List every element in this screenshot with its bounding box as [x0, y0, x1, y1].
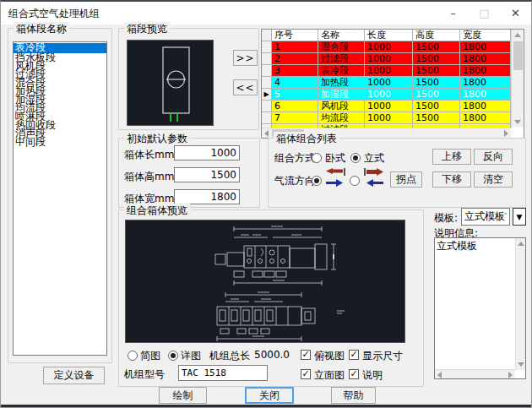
row-marker[interactable]: [262, 41, 272, 53]
table-row[interactable]: ▶5加湿段100015001800: [262, 89, 524, 101]
row-marker[interactable]: ▶: [262, 89, 272, 101]
table-cell[interactable]: 1500: [413, 53, 460, 65]
table-cell[interactable]: 1500: [413, 101, 460, 112]
table-cell[interactable]: 1000: [365, 112, 413, 124]
detail-drawing-radio[interactable]: [168, 351, 178, 361]
table-row[interactable]: 4加热段100015001800: [262, 77, 524, 89]
table-cell[interactable]: 1500: [413, 65, 460, 77]
top-view-checkbox[interactable]: [301, 350, 311, 360]
table-row[interactable]: 1混合段100015001800: [262, 41, 524, 53]
table-cell[interactable]: 1500: [413, 77, 460, 89]
box-length-input[interactable]: [174, 145, 240, 160]
section-listbox[interactable]: 表冷段挡水板段风机段过滤段混合段加热段加湿段均流段喷淋段热回收段消声段中间段: [13, 41, 107, 356]
table-cell[interactable]: [262, 30, 272, 41]
info-textarea[interactable]: 立式模板: [434, 237, 526, 379]
template-menu-button[interactable]: ▼: [513, 208, 526, 226]
table-header-cell[interactable]: 名称: [318, 30, 365, 41]
row-marker[interactable]: [262, 65, 272, 77]
detail-drawing-label[interactable]: 详图: [181, 349, 201, 363]
help-button[interactable]: 帮助: [331, 387, 376, 404]
template-dropdown[interactable]: 立式模板 ˅: [461, 208, 510, 226]
table-cell[interactable]: 1800: [460, 41, 511, 53]
top-view-label[interactable]: 俯视图: [314, 349, 345, 363]
table-cell[interactable]: 混合段: [318, 41, 365, 53]
table-cell[interactable]: 过滤段: [318, 53, 365, 65]
airflow-option1-radio[interactable]: [312, 176, 322, 186]
table-cell[interactable]: 1000: [365, 89, 413, 101]
clear-button[interactable]: 清空: [474, 171, 513, 188]
minimize-button[interactable]: –: [437, 2, 469, 24]
row-marker[interactable]: [262, 101, 272, 112]
table-row[interactable]: 2过滤段100015001800: [262, 53, 524, 65]
row-marker[interactable]: [262, 112, 272, 124]
table-cell[interactable]: 5: [272, 89, 318, 101]
note-checkbox[interactable]: [349, 369, 359, 379]
table-header-cell[interactable]: 宽度: [460, 30, 511, 41]
close-button[interactable]: ✕: [500, 2, 531, 24]
info-horizontal-scrollbar[interactable]: [435, 369, 515, 378]
table-cell[interactable]: 3: [272, 65, 318, 77]
table-cell[interactable]: 1800: [460, 101, 511, 112]
row-marker[interactable]: [262, 77, 272, 89]
table-cell[interactable]: 1800: [460, 65, 511, 77]
simple-drawing-label[interactable]: 简图: [140, 349, 160, 363]
bend-point-button[interactable]: 拐点: [390, 171, 422, 188]
table-cell[interactable]: 1500: [413, 112, 460, 124]
table-cell[interactable]: 1800: [460, 89, 511, 101]
table-cell[interactable]: 1000: [365, 77, 413, 89]
mode-vertical-radio[interactable]: [350, 153, 361, 163]
add-section-button[interactable]: >>: [233, 50, 258, 66]
table-cell[interactable]: 1800: [460, 77, 511, 89]
mode-horizontal-label[interactable]: 卧式: [325, 151, 345, 166]
define-equipment-button[interactable]: 定义设备: [43, 367, 105, 384]
table-vscroll-thumb[interactable]: [513, 41, 523, 70]
table-cell[interactable]: 7: [272, 112, 318, 124]
unit-section-table[interactable]: 序号名称长度高度宽度1混合段1000150018002过滤段1000150018…: [261, 29, 524, 139]
elevation-checkbox[interactable]: [301, 369, 311, 379]
elevation-label[interactable]: 立面图: [314, 368, 345, 383]
table-cell[interactable]: 1000: [365, 65, 413, 77]
table-cell[interactable]: 4: [272, 77, 318, 89]
close-dialog-button[interactable]: 关闭: [245, 387, 294, 404]
row-marker[interactable]: [262, 53, 272, 65]
move-up-button[interactable]: 上移: [432, 149, 471, 165]
table-cell[interactable]: 1500: [413, 41, 460, 53]
table-vertical-scrollbar[interactable]: [511, 30, 524, 128]
box-width-input[interactable]: [174, 189, 240, 204]
unit-model-input[interactable]: [178, 365, 268, 381]
table-row[interactable]: 6风机段100015001800: [262, 101, 524, 112]
list-item[interactable]: 中间段: [14, 138, 106, 146]
note-label[interactable]: 说明: [362, 368, 383, 383]
table-cell[interactable]: 表冷段: [318, 65, 365, 77]
table-cell[interactable]: 加湿段: [318, 89, 365, 101]
table-cell[interactable]: 6: [272, 101, 318, 112]
move-down-button[interactable]: 下移: [432, 171, 471, 188]
table-cell[interactable]: 1000: [365, 101, 413, 112]
reverse-button[interactable]: 反向: [474, 149, 513, 165]
table-cell[interactable]: 1800: [460, 53, 511, 65]
table-cell[interactable]: 加热段: [318, 77, 365, 89]
table-cell[interactable]: 2: [272, 53, 318, 65]
table-cell[interactable]: 1800: [460, 112, 511, 124]
show-dims-checkbox[interactable]: [349, 350, 359, 360]
show-dims-label[interactable]: 显示尺寸: [362, 349, 403, 363]
table-row[interactable]: 3表冷段100015001800: [262, 65, 524, 77]
table-header-cell[interactable]: 长度: [365, 30, 413, 41]
table-cell[interactable]: 1000: [365, 41, 413, 53]
table-row[interactable]: 7均流段100015001800: [262, 112, 524, 124]
table-header-cell[interactable]: 高度: [413, 30, 460, 41]
airflow-option2-radio[interactable]: [350, 176, 360, 186]
mode-horizontal-radio[interactable]: [312, 153, 322, 163]
table-cell[interactable]: 1000: [365, 53, 413, 65]
mode-vertical-label[interactable]: 立式: [364, 151, 384, 166]
maximize-button[interactable]: □: [469, 2, 500, 24]
simple-drawing-radio[interactable]: [128, 351, 138, 361]
info-vertical-scrollbar[interactable]: [515, 238, 525, 370]
table-header-cell[interactable]: 序号: [272, 30, 318, 41]
table-cell[interactable]: 1500: [413, 89, 460, 101]
table-cell[interactable]: 均流段: [318, 112, 365, 124]
draw-button[interactable]: 绘制: [159, 387, 207, 404]
remove-section-button[interactable]: <<: [233, 79, 258, 95]
box-height-input[interactable]: [174, 167, 240, 182]
table-cell[interactable]: 风机段: [318, 101, 365, 112]
